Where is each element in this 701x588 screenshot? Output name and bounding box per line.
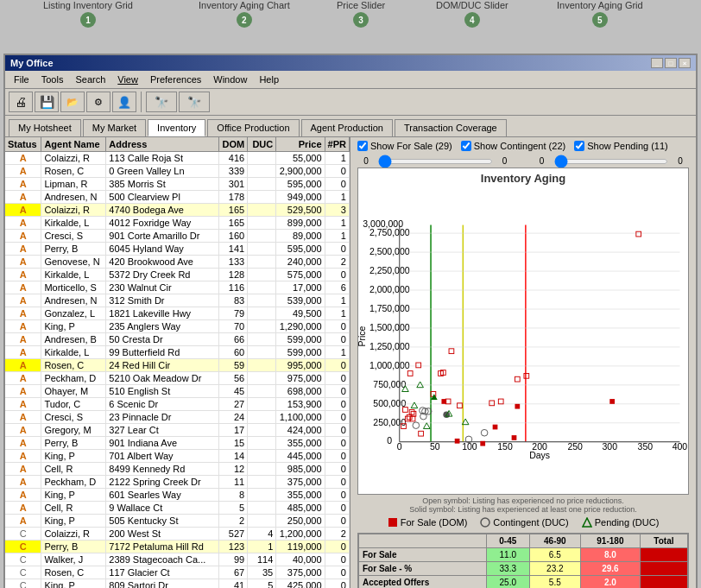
- table-row[interactable]: A King, P 701 Albert Way 14 445,000 0: [5, 450, 350, 463]
- table-row[interactable]: C Colaizzi, R 200 West St 527 4 1,200,00…: [5, 528, 350, 541]
- point-forsale-23: [410, 416, 415, 421]
- aging-col-0-45: 0-45: [486, 534, 529, 548]
- table-row[interactable]: C Walker, J 2389 Stagecoach Ca... 99 114…: [5, 553, 350, 566]
- open-button[interactable]: 📂: [60, 92, 85, 112]
- grid-body[interactable]: A Colaizzi, R 113 Calle Roja St 416 55,0…: [5, 152, 350, 588]
- cell-dom: 45: [219, 385, 248, 397]
- menu-file[interactable]: File: [9, 73, 35, 86]
- col-header-status[interactable]: Status: [5, 137, 41, 151]
- cell-duc: [248, 333, 276, 345]
- col-header-dom[interactable]: DOM: [219, 137, 248, 151]
- table-row[interactable]: C King, P 809 Sartori Dr 41 5 425,000 0: [5, 579, 350, 588]
- cell-address: 24 Red Hill Cir: [106, 359, 219, 371]
- window-title: My Office: [10, 58, 54, 68]
- table-row[interactable]: A Andresen, N 500 Clearview Pl 178 949,0…: [5, 191, 350, 204]
- show-pending-checkbox[interactable]: Show Pending (11): [574, 141, 668, 151]
- cell-address: 510 English St: [106, 385, 219, 397]
- table-row[interactable]: A Morticello, S 230 Walnut Cir 116 17,00…: [5, 281, 350, 294]
- table-row[interactable]: A Lipman, R 385 Morris St 301 595,000 0: [5, 178, 350, 191]
- table-row[interactable]: A Cell, R 8499 Kennedy Rd 12 985,000 0: [5, 463, 350, 476]
- table-row[interactable]: A Kirkalde, L 5372 Dry Creek Rd 128 575,…: [5, 269, 350, 281]
- table-row[interactable]: A Rosen, C 0 Green Valley Ln 339 2,900,0…: [5, 165, 350, 178]
- cell-price: 250,000: [276, 515, 325, 527]
- cell-status: A: [5, 437, 41, 449]
- settings-button[interactable]: ⚙: [86, 92, 111, 112]
- cell-pr: 0: [325, 243, 350, 255]
- cell-address: 385 Morris St: [106, 178, 219, 190]
- table-row[interactable]: A Andresen, N 312 Smith Dr 83 539,000 1: [5, 294, 350, 307]
- tab-transaction-coverage[interactable]: Transaction Coverage: [395, 119, 507, 136]
- maximize-button[interactable]: □: [665, 58, 677, 68]
- table-row[interactable]: C Perry, B 7172 Petaluma Hill Rd 123 1 1…: [5, 541, 350, 553]
- dom-slider-right[interactable]: [554, 159, 669, 164]
- tab-agent-production[interactable]: Agent Production: [301, 119, 393, 136]
- toolbar-separator: [141, 92, 142, 112]
- cell-address: 2389 Stagecoach Ca...: [106, 553, 219, 566]
- cell-pr: 1: [325, 230, 350, 242]
- minimize-button[interactable]: _: [651, 58, 663, 68]
- table-row[interactable]: A Ohayer, M 510 English St 45 698,000 0: [5, 385, 350, 398]
- col-header-duc[interactable]: DUC: [248, 137, 276, 151]
- cell-address: 7172 Petaluma Hill Rd: [106, 541, 219, 553]
- table-row[interactable]: A Perry, B 901 Indiana Ave 15 355,000 0: [5, 437, 350, 450]
- price-slider-left[interactable]: [378, 159, 493, 164]
- table-row[interactable]: A Genovese, N 420 Brookwood Ave 133 240,…: [5, 256, 350, 269]
- cell-duc: [248, 230, 276, 242]
- cell-dom: 27: [219, 398, 248, 410]
- table-row[interactable]: A Cresci, S 23 Pinnacle Dr 24 1,100,000 …: [5, 411, 350, 424]
- cell-address: 4012 Foxridge Way: [106, 217, 219, 229]
- col-header-address[interactable]: Address: [106, 137, 219, 151]
- search-button-2[interactable]: 🔭: [179, 92, 210, 112]
- point-forsale-25: [407, 371, 413, 376]
- table-row[interactable]: A Cresci, S 901 Corte Amarillo Dr 160 89…: [5, 230, 350, 243]
- table-row[interactable]: A Perry, B 6045 Hyland Way 141 595,000 0: [5, 243, 350, 256]
- table-row[interactable]: A Colaizzi, R 113 Calle Roja St 416 55,0…: [5, 152, 350, 165]
- table-row[interactable]: A Colaizzi, R 4740 Bodega Ave 165 529,50…: [5, 204, 350, 217]
- print-button[interactable]: 🖨: [9, 92, 33, 112]
- table-row[interactable]: A Kirkalde, L 4012 Foxridge Way 165 899,…: [5, 217, 350, 230]
- menu-search[interactable]: Search: [70, 73, 111, 86]
- person-button[interactable]: 👤: [112, 92, 136, 112]
- table-row[interactable]: A Cell, R 9 Wallace Ct 5 485,000 0: [5, 502, 350, 515]
- menu-help[interactable]: Help: [254, 73, 284, 86]
- col-header-agent[interactable]: Agent Name: [41, 137, 106, 151]
- table-row[interactable]: A Gonzalez, L 1821 Lakeville Hwy 79 49,5…: [5, 307, 350, 320]
- menu-preferences[interactable]: Preferences: [145, 73, 206, 86]
- tab-inventory[interactable]: Inventory: [148, 119, 205, 136]
- table-row[interactable]: A Kirkalde, L 99 Butterfield Rd 60 599,0…: [5, 346, 350, 359]
- point-forsale-3: [609, 399, 615, 404]
- cell-duc: [248, 294, 276, 307]
- show-contingent-checkbox[interactable]: Show Contingent (22): [461, 141, 565, 151]
- save-button[interactable]: 💾: [35, 92, 59, 112]
- cell-pr: 3: [325, 204, 350, 216]
- menu-tools[interactable]: Tools: [36, 73, 69, 86]
- cell-price: 355,000: [276, 489, 325, 501]
- col-header-price[interactable]: Price: [276, 137, 325, 151]
- cell-address: 901 Corte Amarillo Dr: [106, 230, 219, 242]
- menu-view[interactable]: View: [112, 73, 143, 86]
- menu-window[interactable]: Window: [208, 73, 252, 86]
- table-row[interactable]: A Peckham, D 2122 Spring Creek Dr 11 375…: [5, 476, 350, 489]
- table-row[interactable]: A King, P 601 Searles Way 8 355,000 0: [5, 489, 350, 502]
- cell-dom: 83: [219, 294, 248, 307]
- table-row[interactable]: A Gregory, M 327 Lear Ct 17 424,000 0: [5, 424, 350, 437]
- cell-address: 500 Clearview Pl: [106, 191, 219, 203]
- show-forsale-checkbox[interactable]: Show For Sale (29): [357, 141, 452, 151]
- aging-row-label: Accepted Offers: [359, 576, 487, 589]
- table-row[interactable]: C Rosen, C 117 Glacier Ct 67 35 375,000 …: [5, 566, 350, 579]
- cell-duc: 5: [248, 579, 276, 588]
- table-row[interactable]: A Tudor, C 6 Scenic Dr 27 153,900 0: [5, 398, 350, 411]
- table-row[interactable]: A Rosen, C 24 Red Hill Cir 59 995,000 0: [5, 359, 350, 372]
- col-header-pr[interactable]: #PR: [325, 137, 350, 151]
- table-row[interactable]: A King, P 235 Anglers Way 70 1,290,000 0: [5, 320, 350, 333]
- close-button[interactable]: ×: [679, 58, 691, 68]
- table-row[interactable]: A Peckham, D 5210 Oak Meadow Dr 56 975,0…: [5, 372, 350, 385]
- table-row[interactable]: A King, P 505 Kentucky St 2 250,000 0: [5, 515, 350, 528]
- cell-address: 505 Kentucky St: [106, 515, 219, 527]
- tab-market[interactable]: My Market: [83, 119, 146, 136]
- table-row[interactable]: A Andresen, B 50 Cresta Dr 66 599,000 0: [5, 333, 350, 346]
- tab-hotsheet[interactable]: My Hotsheet: [9, 119, 81, 136]
- tab-office-production[interactable]: Office Production: [207, 119, 299, 136]
- cell-dom: 339: [219, 165, 248, 177]
- search-button-1[interactable]: 🔭: [146, 92, 177, 112]
